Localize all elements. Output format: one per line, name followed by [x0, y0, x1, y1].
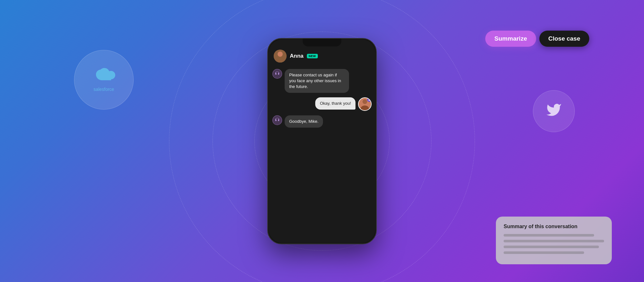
summary-title: Summary of this conversation — [504, 224, 604, 229]
summarize-button[interactable]: Summarize — [485, 31, 536, 47]
agent-message-text-2: Goodbye, Mike. — [289, 119, 318, 124]
message-row-agent-2: Goodbye, Mike. — [272, 115, 372, 128]
summary-line-4 — [504, 251, 584, 254]
summary-line-2 — [504, 240, 604, 242]
agent-avatar-1 — [272, 69, 282, 79]
agent-avatar-2 — [272, 115, 282, 125]
headset-icon-svg — [275, 71, 280, 76]
user-message-bubble: Okay, thank you! — [315, 97, 355, 110]
bird-icon — [546, 102, 562, 121]
avatar — [274, 50, 287, 63]
bird-integration-bubble — [533, 90, 575, 132]
new-badge: NEW — [307, 54, 318, 58]
user-online-badge — [367, 97, 372, 102]
user-message-text: Okay, thank you! — [320, 101, 351, 106]
salesforce-text: salesforce — [93, 87, 115, 92]
action-buttons: Summarize Close case — [485, 31, 589, 47]
user-avatar-small — [358, 97, 372, 111]
phone-notch — [303, 39, 341, 46]
agent-message-text-1: Please contact us again if you face any … — [289, 73, 341, 89]
agent-message-bubble-1: Please contact us again if you face any … — [285, 69, 349, 93]
salesforce-bubble: salesforce — [74, 50, 134, 110]
summary-line-3 — [504, 246, 599, 248]
svg-point-1 — [278, 52, 283, 57]
headset-icon-svg-2 — [275, 118, 280, 123]
background: salesforce Anna NEW — [0, 0, 644, 282]
chat-area: Please contact us again if you face any … — [269, 66, 375, 243]
phone-device: Anna NEW Please contact us again if you … — [267, 38, 377, 244]
close-case-button[interactable]: Close case — [539, 31, 589, 47]
bird-svg — [546, 102, 562, 118]
user-badge-icon — [368, 98, 371, 101]
summary-card: Summary of this conversation — [496, 217, 612, 264]
phone-screen: Anna NEW Please contact us again if you … — [269, 39, 375, 243]
message-row-agent-1: Please contact us again if you face any … — [272, 69, 372, 93]
avatar-image — [274, 50, 287, 63]
agent-message-bubble-2: Goodbye, Mike. — [285, 115, 323, 128]
salesforce-logo: salesforce — [93, 68, 115, 92]
message-row-user: Okay, thank you! — [272, 97, 372, 111]
salesforce-cloud-icon — [93, 68, 115, 84]
svg-point-4 — [363, 99, 367, 104]
chat-user-name: Anna — [290, 53, 304, 59]
summary-line-1 — [504, 234, 594, 237]
